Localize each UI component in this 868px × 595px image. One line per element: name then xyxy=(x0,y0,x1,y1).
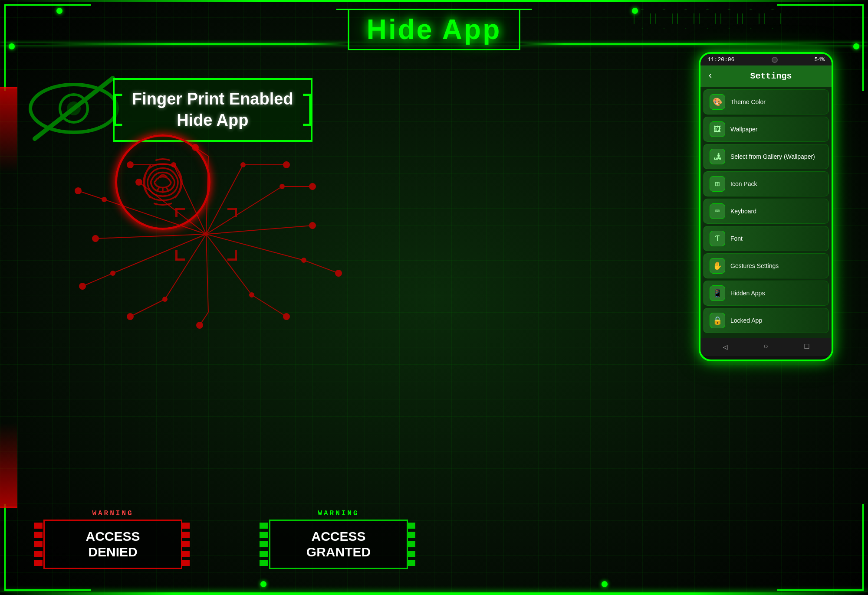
gestures-icon: ✋ xyxy=(710,258,725,274)
settings-title: Settings xyxy=(717,71,825,81)
svg-point-18 xyxy=(280,184,284,189)
settings-header: ‹ Settings xyxy=(700,65,832,87)
hex-4 xyxy=(699,9,716,29)
svg-rect-53 xyxy=(176,251,177,259)
keyboard-icon: ⌨ xyxy=(710,203,725,219)
svg-line-19 xyxy=(206,226,312,234)
theme-color-icon: 🎨 xyxy=(710,94,725,110)
svg-point-39 xyxy=(111,271,115,275)
phone-mockup: 11:20:06 54% ‹ Settings 🎨 Theme Color 🖼 … xyxy=(699,52,833,361)
nav-back[interactable]: ◁ xyxy=(723,342,728,352)
fingerprint-label: Finger Print Enabled Hide App xyxy=(132,88,293,131)
settings-item-gallery-wallpaper[interactable]: 🏞 Select from Gallery (Wallpaper) xyxy=(703,144,829,169)
svg-point-20 xyxy=(309,222,316,229)
main-label-box: Finger Print Enabled Hide App xyxy=(113,78,312,142)
nav-home[interactable]: ○ xyxy=(764,342,769,352)
svg-point-34 xyxy=(127,314,133,320)
gallery-label: Select from Gallery (Wallpaper) xyxy=(730,153,815,160)
svg-line-36 xyxy=(113,234,206,273)
teeth-left-granted xyxy=(260,521,270,568)
teeth-right-granted xyxy=(407,521,418,568)
svg-line-37 xyxy=(82,273,113,286)
hex-3 xyxy=(677,9,694,29)
settings-item-font[interactable]: Ƭ Font xyxy=(703,226,829,251)
teeth-right-denied xyxy=(181,521,192,568)
fingerprint-circle xyxy=(115,134,210,230)
green-dot-4 xyxy=(602,581,608,587)
title-area: Hide App xyxy=(348,9,520,50)
svg-point-24 xyxy=(302,258,306,262)
teeth-left-denied xyxy=(34,521,45,568)
svg-line-40 xyxy=(95,234,206,239)
green-dot-5 xyxy=(9,43,15,49)
svg-point-14 xyxy=(241,163,245,167)
green-dot-1 xyxy=(56,8,62,14)
settings-item-locked-app[interactable]: 🔒 Locked App xyxy=(703,308,829,333)
svg-point-41 xyxy=(92,235,99,242)
settings-item-wallpaper[interactable]: 🖼 Wallpaper xyxy=(703,117,829,142)
hex-7 xyxy=(764,9,781,29)
status-bar: 11:20:06 54% xyxy=(700,54,832,65)
svg-point-38 xyxy=(79,283,85,289)
svg-rect-52 xyxy=(176,259,184,260)
wallpaper-icon: 🖼 xyxy=(710,121,725,137)
svg-line-15 xyxy=(206,186,282,234)
hex-2 xyxy=(655,9,673,29)
phone-body: 11:20:06 54% ‹ Settings 🎨 Theme Color 🖼 … xyxy=(699,52,833,361)
svg-line-25 xyxy=(206,234,252,295)
svg-line-11 xyxy=(206,165,243,234)
svg-point-45 xyxy=(102,197,106,202)
svg-point-23 xyxy=(335,270,342,276)
svg-point-13 xyxy=(283,162,289,168)
settings-list: 🎨 Theme Color 🖼 Wallpaper 🏞 Select from … xyxy=(700,87,832,338)
nav-recent[interactable]: □ xyxy=(805,342,809,352)
camera-notch xyxy=(772,57,778,63)
svg-rect-50 xyxy=(228,208,237,209)
svg-point-44 xyxy=(75,188,81,194)
locked-app-icon: 🔒 xyxy=(710,313,725,328)
side-accent-left xyxy=(0,87,17,508)
status-battery: 54% xyxy=(815,56,825,63)
warning-label-denied: WARNING xyxy=(43,510,182,517)
warning-label-granted: WARNING xyxy=(269,510,408,517)
svg-line-29 xyxy=(206,234,208,312)
gestures-label: Gestures Settings xyxy=(730,262,779,269)
settings-item-hidden-apps[interactable]: 📱 Hidden Apps xyxy=(703,281,829,306)
access-granted-box: WARNING ACCESS GRA xyxy=(269,510,408,569)
granted-content: ACCESS GRANTED xyxy=(269,520,408,569)
keyboard-label: Keyboard xyxy=(730,208,756,215)
svg-line-26 xyxy=(252,295,286,317)
fingerprint-icon xyxy=(132,152,193,212)
bottom-line xyxy=(0,592,868,595)
nav-bar: ◁ ○ □ xyxy=(700,338,832,356)
settings-item-keyboard[interactable]: ⌨ Keyboard xyxy=(703,199,829,224)
app-title: Hide App xyxy=(367,14,502,45)
status-time: 11:20:06 xyxy=(707,56,734,63)
back-button[interactable]: ‹ xyxy=(707,71,713,82)
svg-point-28 xyxy=(250,293,254,297)
svg-line-43 xyxy=(78,191,104,199)
main-background: Hide App Finger Print Enabled Hide App xyxy=(0,0,868,595)
settings-item-icon-pack[interactable]: ⊞ Icon Pack xyxy=(703,171,829,196)
svg-rect-51 xyxy=(235,208,237,217)
font-icon: Ƭ xyxy=(710,231,725,246)
hidden-apps-icon: 📱 xyxy=(710,285,725,301)
title-bracket: Hide App xyxy=(348,9,520,50)
svg-line-32 xyxy=(165,234,206,299)
granted-text: ACCESS GRANTED xyxy=(283,529,394,560)
top-line xyxy=(0,0,868,2)
icon-pack-label: Icon Pack xyxy=(730,180,757,187)
settings-item-theme-color[interactable]: 🎨 Theme Color xyxy=(703,89,829,114)
settings-item-gestures[interactable]: ✋ Gestures Settings xyxy=(703,253,829,278)
hex-decoration xyxy=(634,9,781,29)
green-dot-3 xyxy=(260,581,266,587)
gallery-icon: 🏞 xyxy=(710,149,725,164)
font-label: Font xyxy=(730,235,743,242)
svg-line-3 xyxy=(35,78,113,139)
corner-br xyxy=(777,504,864,591)
hex-6 xyxy=(742,9,760,29)
green-dot-6 xyxy=(853,43,859,49)
svg-line-33 xyxy=(130,299,165,317)
hex-5 xyxy=(720,9,738,29)
locked-app-label: Locked App xyxy=(730,317,762,324)
